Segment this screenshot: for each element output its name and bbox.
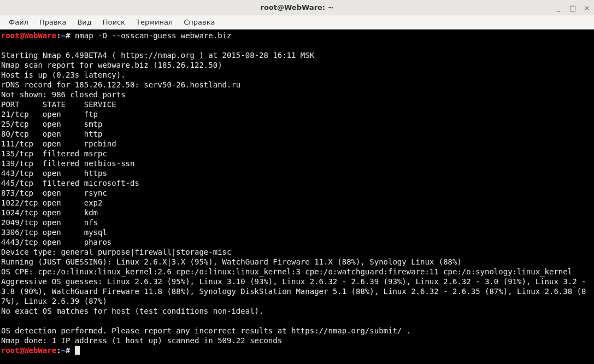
output-line: rDNS record for 185.26.122.50: serv50-26… (1, 80, 240, 89)
cursor (75, 346, 80, 355)
prompt-colon: : (56, 346, 61, 355)
output-line: Host is up (0.23s latency). (1, 71, 126, 79)
output-line: 1022/tcp open exp2 (1, 198, 102, 207)
menu-view[interactable]: Вид (73, 16, 96, 28)
output-line: OS detection performed. Please report an… (1, 326, 411, 335)
output-line: Aggressive OS guesses: Linux 2.6.32 (95%… (1, 277, 591, 306)
output-line: PORT STATE SERVICE (1, 100, 116, 109)
menu-help[interactable]: Справка (179, 16, 219, 28)
output-line: 139/tcp filtered netbios-ssn (1, 159, 134, 168)
prompt-colon: : (56, 31, 61, 40)
menubar: Файл Правка Вид Поиск Терминал Справка (0, 15, 594, 30)
prompt-user-host: root@WebWare (1, 346, 56, 355)
titlebar: root@WebWare: ~ _ □ × (0, 0, 594, 15)
output-line: 80/tcp open http (1, 130, 102, 138)
menu-terminal[interactable]: Терминал (132, 16, 177, 28)
output-line: 443/tcp open https (1, 169, 107, 178)
window-title: root@WebWare: ~ (261, 3, 334, 11)
prompt-hash: # (66, 31, 70, 40)
output-line: Running (JUST GUESSING): Linux 2.6.X|3.X… (1, 257, 462, 266)
output-line: Not shown: 986 closed ports (1, 90, 126, 99)
maximize-button[interactable]: □ (569, 4, 577, 12)
output-line: Nmap scan report for webware.biz (185.26… (1, 61, 222, 69)
output-line: 1024/tcp open kdm (1, 208, 98, 217)
output-line: 2049/tcp open nfs (1, 218, 98, 227)
minimize-button[interactable]: _ (555, 4, 562, 12)
prompt-path: ~ (61, 31, 66, 40)
output-line: OS CPE: cpe:/o:linux:linux_kernel:2.6 cp… (1, 267, 572, 276)
prompt-path: ~ (61, 346, 66, 355)
menu-search[interactable]: Поиск (98, 16, 130, 28)
output-line: 3306/tcp open mysql (1, 228, 107, 237)
output-line: Starting Nmap 6.49BETA4 ( https://nmap.o… (1, 51, 314, 60)
menu-file[interactable]: Файл (4, 16, 33, 28)
output-line: 25/tcp open smtp (1, 120, 102, 128)
output-line: 873/tcp open rsync (1, 189, 107, 197)
output-line: 111/tcp open rpcbind (1, 139, 116, 148)
window-controls: _ □ × (555, 0, 591, 15)
terminal-output[interactable]: root@WebWare:~# nmap -O --osscan-guess w… (0, 30, 594, 364)
close-button[interactable]: × (583, 4, 591, 12)
output-line: 445/tcp filtered microsoft-ds (1, 179, 139, 187)
command-text: nmap -O --osscan-guess webware.biz (75, 31, 232, 40)
output-line: No exact OS matches for host (test condi… (1, 307, 263, 315)
output-line: Nmap done: 1 IP address (1 host up) scan… (1, 336, 282, 345)
output-line: 21/tcp open ftp (1, 110, 98, 119)
output-line: 135/tcp filtered msrpc (1, 149, 107, 158)
output-line: Device type: general purpose|firewall|st… (1, 248, 231, 256)
menu-edit[interactable]: Правка (35, 16, 70, 28)
prompt-hash: # (66, 346, 70, 355)
output-line: 4443/tcp open pharos (1, 238, 111, 246)
prompt-user-host: root@WebWare (1, 31, 56, 40)
